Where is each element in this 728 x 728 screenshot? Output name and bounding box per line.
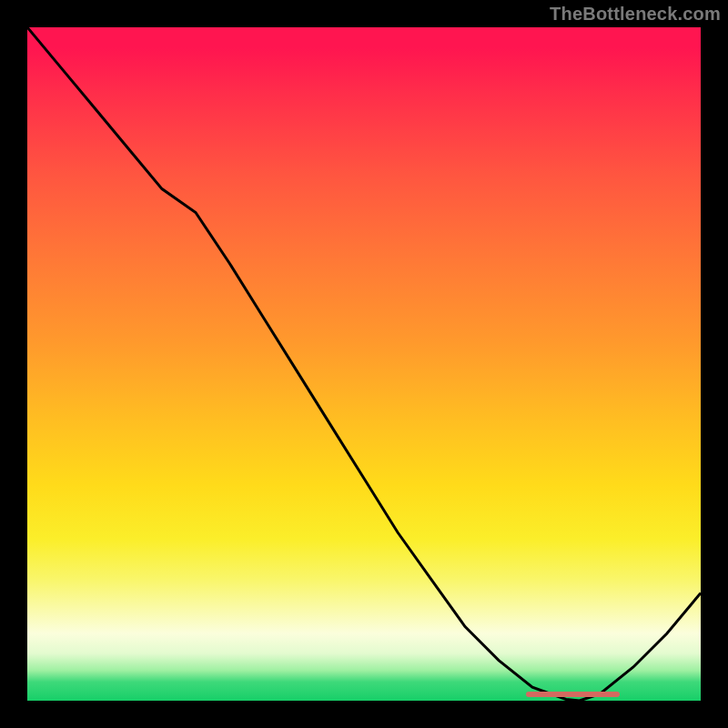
chart-root: TheBottleneck.com bbox=[0, 0, 728, 728]
plot-area bbox=[27, 27, 701, 701]
bottleneck-curve bbox=[27, 27, 701, 701]
optimal-range-marker bbox=[526, 692, 621, 697]
watermark-text: TheBottleneck.com bbox=[550, 4, 721, 25]
curve-svg bbox=[27, 27, 701, 701]
